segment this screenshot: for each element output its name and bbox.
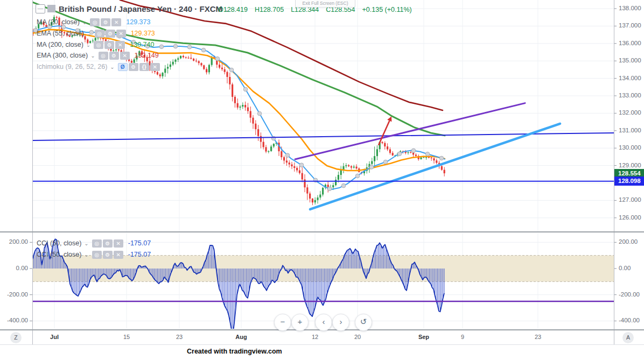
legend-icons-cci-2: ◎⚙✕ <box>92 251 123 259</box>
cci-tick-label: 0.00 <box>619 265 631 271</box>
price-tick-label: 130.000 <box>619 144 641 151</box>
legend-label-ema55: EMA (55, close) <box>37 30 84 37</box>
legend-icons-ma20: ◎⚙✕ <box>90 18 121 26</box>
close-icon[interactable]: ✕ <box>116 30 126 38</box>
change-value: +0.135 (+0.11%) <box>362 6 412 13</box>
settings-icon[interactable]: ⚙ <box>106 30 115 38</box>
collapse-pane-button[interactable]: — <box>36 4 45 13</box>
settings-icon[interactable]: ⚙ <box>103 251 113 259</box>
close-icon[interactable]: ✕ <box>115 41 125 49</box>
hidden-icon[interactable]: Ø <box>118 63 128 71</box>
open-value: O128.419 <box>218 6 248 13</box>
chart-bottom-edge <box>0 344 644 345</box>
visibility-icon[interactable]: ◎ <box>99 52 108 60</box>
legend-icons-ema300: ◎⚙✕ <box>99 52 130 60</box>
visibility-icon[interactable]: ◎ <box>95 30 104 38</box>
visibility-icon[interactable]: ◎ <box>90 18 100 26</box>
legend-value-ema300: 132.149 <box>135 52 159 59</box>
price-tick-label: 136.000 <box>619 40 641 46</box>
legend-row-cci-1[interactable]: CCI (50, close)⌄◎⚙✕-175.07 <box>37 238 151 248</box>
chevron-down-icon[interactable]: ⌄ <box>82 19 87 25</box>
time-tick-label[interactable]: Sep <box>418 334 429 340</box>
cci-tick-label: 200.00 <box>619 238 638 245</box>
visibility-icon[interactable]: ◎ <box>92 251 102 259</box>
close-icon[interactable]: ✕ <box>114 251 123 259</box>
chevron-down-icon[interactable]: ⌄ <box>110 64 114 70</box>
legend-row-ichimoku[interactable]: Ichimoku (9, 26, 52, 26)⌄Ø⚙{}✕ <box>37 62 160 72</box>
reset-view-button[interactable]: ↺ <box>355 314 372 331</box>
trading-chart-app: — British Pound / Japanese Yen · 240 · F… <box>0 0 644 360</box>
time-tick-label[interactable]: 15 <box>123 334 130 340</box>
legend-icons-ema55: ◎⚙✕ <box>95 30 126 38</box>
legend-row-ma20[interactable]: MA (20, close)⌄◎⚙✕129.373 <box>37 17 150 27</box>
cci-tick-label-left: -200.00 <box>0 291 28 298</box>
cci-tick-label-left: -400.00 <box>0 317 28 323</box>
exit-fullscreen-tooltip[interactable]: Exit Full Screen (ESC) <box>295 0 355 8</box>
visibility-icon[interactable]: ◎ <box>94 41 103 49</box>
price-tick-label: 127.000 <box>619 196 641 203</box>
legend-label-ema300: EMA (300, close) <box>37 52 88 59</box>
legend-icons-ichimoku: Ø⚙{}✕ <box>118 63 160 71</box>
legend-row-cci-2[interactable]: CCI (50, close)⌄◎⚙✕-175.07 <box>37 250 151 259</box>
time-tick-label[interactable]: 20 <box>354 334 361 340</box>
close-icon[interactable]: ✕ <box>120 52 130 60</box>
zoom-in-button[interactable]: + <box>291 314 309 331</box>
price-tick-label: 135.000 <box>619 57 641 63</box>
scroll-left-button[interactable]: ‹ <box>315 314 332 331</box>
time-tick-label[interactable]: 23 <box>535 334 541 340</box>
price-tick-label: 133.000 <box>619 92 641 98</box>
ema-300-line[interactable] <box>120 0 443 110</box>
chevron-down-icon[interactable]: ⌄ <box>86 42 90 48</box>
legend-value-ema55: 129.373 <box>131 30 155 37</box>
price-tick-label: 132.000 <box>619 109 641 116</box>
close-icon[interactable]: ✕ <box>150 63 160 71</box>
settings-icon[interactable]: ⚙ <box>129 63 138 71</box>
chevron-down-icon[interactable]: ⌄ <box>84 241 88 246</box>
legend-value-ma20: 129.373 <box>126 18 150 26</box>
time-tick-label[interactable]: Aug <box>235 334 247 340</box>
time-tick-label[interactable]: 23 <box>176 334 183 340</box>
symbol-title-text: British Pound / Japanese Yen · 240 · FXC… <box>59 4 222 13</box>
symbol-title[interactable]: British Pound / Japanese Yen · 240 · FXC… <box>59 4 230 13</box>
legend-row-ema55[interactable]: EMA (55, close)⌄◎⚙✕129.373 <box>37 29 155 38</box>
legend-value-cci-1: -175.07 <box>128 239 151 247</box>
braces-icon[interactable]: {} <box>139 63 149 71</box>
legend-label-ma20: MA (20, close) <box>37 18 80 26</box>
close-icon[interactable]: ✕ <box>114 239 123 248</box>
scroll-right-button[interactable]: › <box>332 314 349 331</box>
auto-scale-button[interactable]: A <box>622 332 634 343</box>
pane-separator[interactable] <box>0 231 644 232</box>
price-tick-label: 137.000 <box>619 22 641 29</box>
chevron-down-icon[interactable]: ⌄ <box>87 31 91 37</box>
settings-icon[interactable]: ⚙ <box>109 52 119 60</box>
zoom-out-button[interactable]: − <box>274 314 291 331</box>
visibility-icon[interactable]: ◎ <box>92 239 102 248</box>
cci-tick-label: -200.00 <box>619 291 640 298</box>
settings-icon[interactable]: ⚙ <box>101 18 110 26</box>
legend-value-cci-2: -175.07 <box>128 251 151 258</box>
price-tick-label: 134.000 <box>619 75 641 81</box>
chevron-down-icon[interactable]: ⌄ <box>84 252 88 258</box>
close-icon[interactable]: ✕ <box>111 18 121 26</box>
legend-icons-ma200: ◎⚙✕ <box>94 41 125 49</box>
legend-value-ma200: 130.740 <box>130 41 154 48</box>
chevron-down-icon[interactable]: ⌄ <box>90 53 95 59</box>
watermark: Created with tradingview.com <box>187 348 282 355</box>
settings-icon[interactable]: ⚙ <box>103 239 113 248</box>
legend-row-ema300[interactable]: EMA (300, close)⌄◎⚙✕132.149 <box>37 51 159 60</box>
timezone-button[interactable]: Z <box>10 332 22 343</box>
time-tick-label[interactable]: 12 <box>312 334 318 340</box>
cci-tick-label-left: 0.00 <box>0 265 28 271</box>
settings-icon[interactable]: ⚙ <box>104 41 114 49</box>
legend-label-cci-2: CCI (50, close) <box>37 251 81 258</box>
breakout-arrow[interactable] <box>379 121 389 145</box>
time-tick-label[interactable]: 9 <box>461 334 464 340</box>
price-tick-label: 126.000 <box>619 214 641 221</box>
price-flag-128.098: 128.098 <box>614 177 644 186</box>
legend-label-ichimoku: Ichimoku (9, 26, 52, 26) <box>37 63 107 70</box>
price-tick-label: 131.000 <box>619 127 641 133</box>
legend-row-ma200[interactable]: MA (200, close)⌄◎⚙✕130.740 <box>37 40 154 50</box>
price-tick-label: 129.000 <box>619 162 641 168</box>
symbol-logo-placeholder <box>47 5 55 12</box>
time-tick-label[interactable]: Jul <box>50 334 59 340</box>
